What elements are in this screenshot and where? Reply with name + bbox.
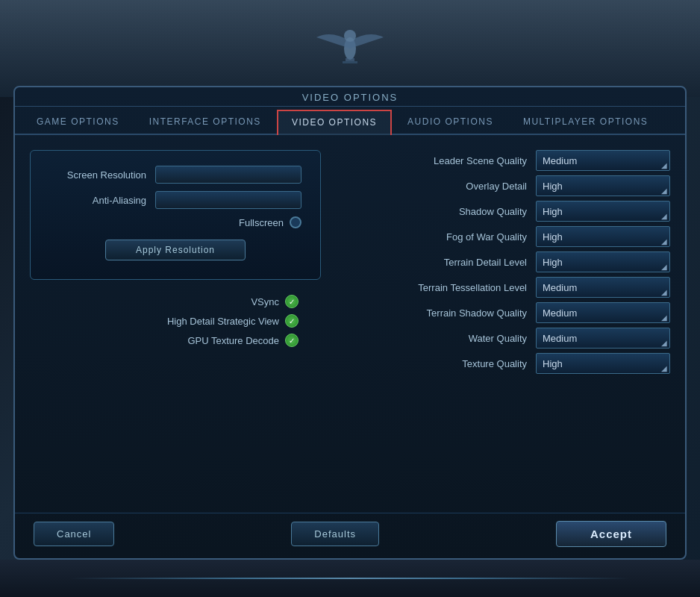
resolution-row: Screen Resolution xyxy=(49,166,301,184)
quality-label-leader_scene: Leader Scene Quality xyxy=(378,155,527,166)
quality-select-wrapper-terrain_shadow: LowMediumHigh xyxy=(536,302,670,323)
quality-select-shadow_quality[interactable]: LowMediumHigh xyxy=(536,201,670,222)
checkbox-label-vsync: VSync xyxy=(251,296,279,307)
quality-select-wrapper-terrain_tess: LowMediumHigh xyxy=(536,277,670,298)
quality-label-water_quality: Water Quality xyxy=(378,333,527,344)
tab-interface[interactable]: INTERFACE OPTIONS xyxy=(135,110,275,134)
quality-row-shadow_quality: Shadow QualityLowMediumHigh xyxy=(343,201,670,222)
dialog-title: VIDEO OPTIONS xyxy=(15,87,685,107)
quality-select-terrain_detail[interactable]: LowMediumHigh xyxy=(536,251,670,272)
tab-game[interactable]: GAME OPTIONS xyxy=(22,110,134,134)
top-art-area xyxy=(0,0,700,97)
quality-select-wrapper-water_quality: LowMediumHigh xyxy=(536,328,670,348)
quality-select-fog_of_war[interactable]: LowMediumHigh xyxy=(536,226,670,247)
checkbox-section: VSync✓High Detail Strategic View✓GPU Tex… xyxy=(30,295,321,347)
quality-select-terrain_tess[interactable]: LowMediumHigh xyxy=(536,277,670,298)
resolution-input[interactable] xyxy=(155,166,301,184)
quality-select-wrapper-fog_of_war: LowMediumHigh xyxy=(536,226,670,247)
quality-label-terrain_detail: Terrain Detail Level xyxy=(378,257,527,268)
quality-row-terrain_detail: Terrain Detail LevelLowMediumHigh xyxy=(343,251,670,272)
quality-select-leader_scene[interactable]: LowMediumHigh xyxy=(536,150,670,171)
fullscreen-label: Fullscreen xyxy=(239,217,284,228)
cancel-button[interactable]: Cancel xyxy=(34,522,114,546)
checkbox-gpu[interactable]: ✓ xyxy=(285,334,299,347)
checkbox-row-gpu: GPU Texture Decode✓ xyxy=(187,334,299,347)
quality-select-wrapper-overlay_detail: LowMediumHigh xyxy=(536,175,670,196)
tab-bar: GAME OPTIONSINTERFACE OPTIONSVIDEO OPTIO… xyxy=(15,107,685,135)
antialiasing-row: Anti-Aliasing xyxy=(49,191,301,209)
quality-row-leader_scene: Leader Scene QualityLowMediumHigh xyxy=(343,150,670,171)
right-panel: Leader Scene QualityLowMediumHighOverlay… xyxy=(343,150,670,505)
quality-label-shadow_quality: Shadow Quality xyxy=(378,206,527,217)
quality-label-overlay_detail: Overlay Detail xyxy=(378,181,527,192)
apply-resolution-button[interactable]: Apply Resolution xyxy=(105,240,246,260)
quality-row-terrain_tess: Terrain Tessellation LevelLowMediumHigh xyxy=(343,277,670,298)
tab-video[interactable]: VIDEO OPTIONS xyxy=(277,110,392,135)
quality-select-wrapper-leader_scene: LowMediumHigh xyxy=(536,150,670,171)
quality-row-overlay_detail: Overlay DetailLowMediumHigh xyxy=(343,175,670,196)
deco-line xyxy=(70,578,630,579)
tab-audio[interactable]: AUDIO OPTIONS xyxy=(393,110,507,134)
quality-label-texture_quality: Texture Quality xyxy=(378,358,527,369)
quality-select-terrain_shadow[interactable]: LowMediumHigh xyxy=(536,302,670,323)
accept-button[interactable]: Accept xyxy=(556,521,666,547)
quality-select-wrapper-terrain_detail: LowMediumHigh xyxy=(536,251,670,272)
checkbox-row-vsync: VSync✓ xyxy=(251,295,299,308)
resolution-box: Screen Resolution Anti-Aliasing Fullscre… xyxy=(30,150,321,280)
svg-rect-2 xyxy=(346,58,354,61)
antialiasing-label: Anti-Aliasing xyxy=(49,195,146,206)
fullscreen-radio[interactable] xyxy=(290,216,301,228)
left-panel: Screen Resolution Anti-Aliasing Fullscre… xyxy=(30,150,321,505)
eagle-decoration xyxy=(305,4,395,86)
checkbox-vsync[interactable]: ✓ xyxy=(285,295,299,308)
defaults-button[interactable]: Defaults xyxy=(291,522,379,546)
bottom-bar: Cancel Defaults Accept xyxy=(15,513,685,558)
resolution-label: Screen Resolution xyxy=(49,169,146,181)
quality-row-terrain_shadow: Terrain Shadow QualityLowMediumHigh xyxy=(343,302,670,323)
svg-point-1 xyxy=(344,30,356,42)
quality-select-wrapper-shadow_quality: LowMediumHigh xyxy=(536,201,670,222)
checkbox-label-hdsv: High Detail Strategic View xyxy=(167,316,279,327)
checkbox-label-gpu: GPU Texture Decode xyxy=(187,335,279,346)
bottom-decoration xyxy=(0,560,700,597)
checkbox-row-hdsv: High Detail Strategic View✓ xyxy=(167,314,299,328)
quality-row-fog_of_war: Fog of War QualityLowMediumHigh xyxy=(343,226,670,247)
antialiasing-input[interactable] xyxy=(155,191,301,209)
quality-row-texture_quality: Texture QualityLowMediumHigh xyxy=(343,353,670,374)
quality-select-overlay_detail[interactable]: LowMediumHigh xyxy=(536,175,670,196)
content-area: Screen Resolution Anti-Aliasing Fullscre… xyxy=(15,135,685,513)
quality-label-fog_of_war: Fog of War Quality xyxy=(378,231,527,243)
svg-rect-3 xyxy=(343,61,357,63)
quality-label-terrain_tess: Terrain Tessellation Level xyxy=(378,282,527,293)
quality-label-terrain_shadow: Terrain Shadow Quality xyxy=(378,307,527,319)
fullscreen-row: Fullscreen xyxy=(49,216,301,228)
quality-select-water_quality[interactable]: LowMediumHigh xyxy=(536,328,670,348)
quality-row-water_quality: Water QualityLowMediumHigh xyxy=(343,328,670,348)
tab-multiplayer[interactable]: MULTIPLAYER OPTIONS xyxy=(509,110,662,134)
main-dialog: VIDEO OPTIONS GAME OPTIONSINTERFACE OPTI… xyxy=(13,86,687,560)
checkbox-hdsv[interactable]: ✓ xyxy=(285,314,299,328)
quality-select-wrapper-texture_quality: LowMediumHigh xyxy=(536,353,670,374)
quality-select-texture_quality[interactable]: LowMediumHigh xyxy=(536,353,670,374)
